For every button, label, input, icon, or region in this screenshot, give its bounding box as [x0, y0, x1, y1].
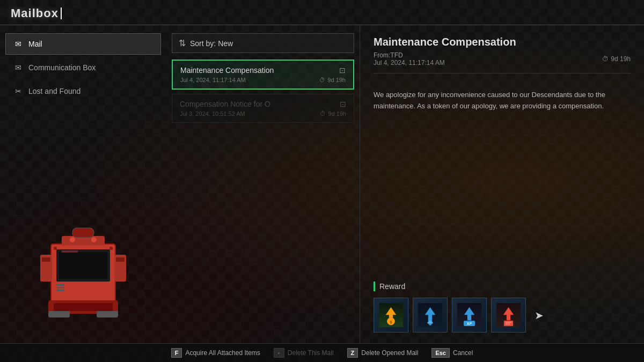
sidebar-label-lost-found: Lost and Found	[28, 87, 80, 95]
detail-panel: Maintenance Compensation From:TFD Jul 4,…	[360, 25, 644, 343]
mail-icon: ✉	[13, 39, 23, 49]
svg-rect-17	[56, 287, 64, 289]
key-f: F	[171, 348, 182, 358]
svg-text:XP: XP	[467, 322, 472, 326]
delete-this-label: Delete This Mail	[288, 349, 334, 357]
robot-decoration	[5, 104, 161, 335]
page-title: Mailbox	[11, 6, 58, 20]
detail-timer-icon: ⏱	[602, 55, 609, 63]
sidebar: ✉ Mail ✉ Communication Box ✂ Lost and Fo…	[0, 25, 166, 343]
reward-item-2[interactable]	[413, 298, 448, 333]
svg-rect-12	[48, 311, 70, 317]
sidebar-item-communication-box[interactable]: ✉ Communication Box	[5, 57, 161, 78]
reward-item-3[interactable]: XP	[452, 298, 487, 333]
svg-rect-15	[72, 228, 94, 238]
svg-rect-18	[56, 290, 64, 291]
sort-bar[interactable]: ⇅ Sort by: New	[172, 33, 354, 53]
communication-icon: ✉	[13, 63, 23, 72]
svg-text:$: $	[390, 320, 392, 324]
action-delete-opened[interactable]: Z Delete Opened Mail	[347, 348, 419, 358]
bottom-bar: F Acquire All Attached Items ▪ Delete Th…	[0, 343, 644, 362]
key-z: Z	[347, 348, 358, 358]
title-cursor	[61, 8, 62, 19]
svg-point-19	[70, 237, 75, 242]
key-square: ▪	[274, 348, 284, 358]
sort-label: Sort by: New	[190, 39, 233, 48]
delete-opened-label: Delete Opened Mail	[361, 349, 418, 357]
svg-rect-8	[42, 257, 50, 262]
sort-icon: ⇅	[179, 38, 186, 48]
detail-date: Jul 4, 2024, 11:17:14 AM	[374, 59, 445, 67]
mail-item-2[interactable]: Compensation Notice for O ⊡ Jul 3, 2024,…	[172, 94, 354, 123]
mail-timer-1: 9d 19h	[327, 77, 346, 83]
sidebar-label-communication: Communication Box	[28, 63, 96, 72]
key-esc: Esc	[431, 348, 450, 358]
lost-found-icon: ✂	[13, 86, 23, 96]
sidebar-item-mail[interactable]: ✉ Mail	[5, 33, 161, 55]
acquire-label: Acquire All Attached Items	[185, 349, 260, 357]
mail-attach-icon-1: ⊡	[339, 66, 346, 75]
mail-item-1[interactable]: Maintenance Compensation ⊡ Jul 4, 2024, …	[172, 60, 354, 90]
reward-item-1[interactable]: $	[374, 298, 408, 333]
mail-timer-2: 9d 19h	[328, 110, 346, 117]
sidebar-item-lost-and-found[interactable]: ✂ Lost and Found	[5, 80, 161, 102]
reward-item-4[interactable]	[491, 298, 526, 333]
mail-subject-2: Compensation Notice for O	[180, 100, 270, 108]
mail-date-1: Jul 4, 2024, 11:17:14 AM	[180, 77, 246, 83]
cancel-label: Cancel	[453, 349, 473, 357]
detail-title: Maintenance Compensation	[374, 36, 631, 48]
svg-rect-9	[116, 257, 125, 262]
svg-rect-3	[59, 252, 107, 279]
detail-timer: 9d 19h	[611, 55, 631, 63]
action-cancel[interactable]: Esc Cancel	[431, 348, 473, 358]
action-acquire[interactable]: F Acquire All Attached Items	[171, 348, 260, 358]
reward-bar-accent	[374, 282, 375, 291]
svg-rect-11	[54, 303, 113, 311]
mail-subject-1: Maintenance Compensation	[180, 66, 274, 75]
sidebar-label-mail: Mail	[28, 40, 42, 48]
action-delete-this: ▪ Delete This Mail	[274, 348, 334, 358]
svg-point-5	[109, 247, 113, 250]
detail-body: We apologize for any inconvenience cause…	[374, 90, 631, 271]
reward-section: Reward	[374, 282, 631, 333]
reward-label-text: Reward	[379, 282, 405, 291]
mail-date-2: Jul 3, 2024, 10:51:52 AM	[180, 110, 245, 117]
svg-rect-16	[56, 284, 64, 286]
svg-rect-36	[504, 321, 513, 326]
svg-point-20	[91, 237, 97, 242]
reward-items: $	[374, 298, 631, 333]
detail-from: From:TFD	[374, 51, 403, 59]
timer-icon-2: ⏱	[320, 110, 326, 117]
svg-rect-21	[62, 250, 78, 253]
svg-point-4	[54, 247, 57, 250]
mail-attach-icon-2: ⊡	[340, 100, 346, 108]
mail-list-section: ⇅ Sort by: New Maintenance Compensation …	[166, 25, 360, 343]
svg-rect-13	[97, 311, 118, 317]
timer-icon-1: ⏱	[319, 77, 325, 83]
cursor-arrow: ➤	[535, 309, 544, 322]
